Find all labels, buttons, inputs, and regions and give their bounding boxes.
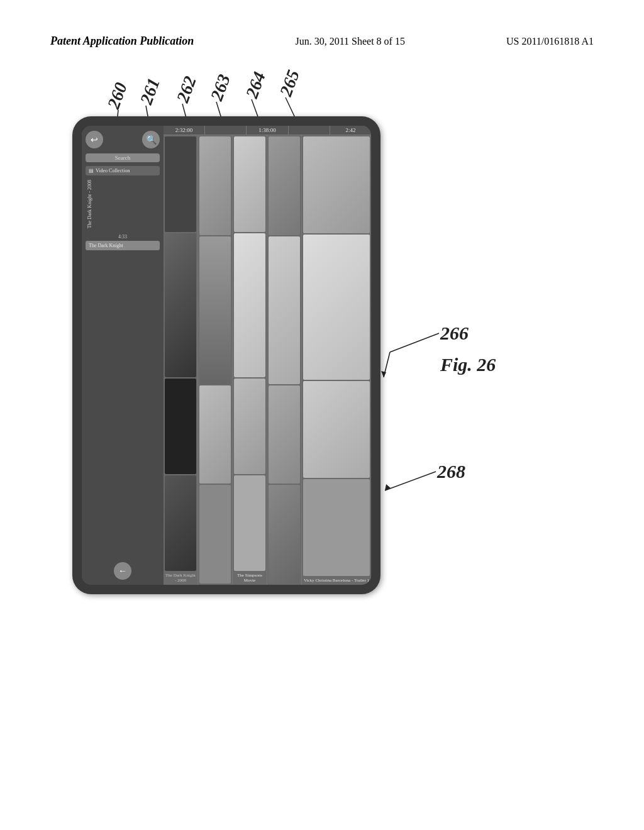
thumb-1-4[interactable] bbox=[165, 475, 196, 571]
video-collection-item[interactable]: ▤ Video Collection bbox=[86, 166, 160, 175]
video-columns-container: The Dark Knight - 2008 The Simpsons Movi… bbox=[164, 135, 371, 585]
thumb-4-3[interactable] bbox=[269, 385, 300, 484]
search-label[interactable]: Search bbox=[86, 153, 160, 162]
thumb-2-2[interactable] bbox=[199, 236, 231, 384]
thumb-5-3[interactable] bbox=[303, 381, 370, 478]
sidebar-top-icons: ↩ 🔍 bbox=[86, 131, 160, 148]
video-grid-main: 2:32:00 1:38:00 2:42 The Dark Knight - 2… bbox=[164, 126, 371, 585]
device-frame: ↩ 🔍 Search ▤ Video Collection The Dark K… bbox=[72, 116, 380, 594]
sidebar-item-label-dk: The Dark Knight bbox=[89, 243, 123, 248]
thumb-5-2[interactable] bbox=[303, 235, 370, 380]
publication-title: Patent Application Publication bbox=[50, 35, 194, 48]
thumb-2-3[interactable] bbox=[199, 385, 231, 484]
sidebar-nav-dark-knight-2008[interactable]: The Dark Knight - 2008 bbox=[86, 177, 160, 231]
annotation-268-label: 268 bbox=[436, 461, 465, 482]
publication-date: Jun. 30, 2011 Sheet 8 of 15 bbox=[295, 36, 405, 47]
page-header: Patent Application Publication Jun. 30, … bbox=[0, 35, 644, 48]
svg-marker-1 bbox=[381, 371, 386, 377]
column-headers: 2:32:00 1:38:00 2:42 bbox=[164, 126, 371, 135]
sidebar: ↩ 🔍 Search ▤ Video Collection The Dark K… bbox=[82, 126, 164, 585]
annotation-264-label: 264 bbox=[242, 69, 269, 101]
thumb-3-3[interactable] bbox=[234, 379, 265, 474]
svg-marker-2 bbox=[385, 484, 391, 490]
col-header-5: 2:42 bbox=[330, 126, 371, 135]
col-header-2 bbox=[205, 126, 247, 135]
video-column-1[interactable]: The Dark Knight - 2008 bbox=[164, 135, 198, 585]
annotation-260-label: 260 bbox=[103, 80, 131, 112]
thumb-4-1[interactable] bbox=[269, 136, 300, 235]
col-5-title: Vicky Christina Barcelona - Trailer 1 bbox=[303, 577, 370, 584]
annotation-263-label: 263 bbox=[206, 72, 234, 104]
back-arrow-bottom[interactable]: ← bbox=[86, 557, 160, 580]
back-arrow-icon[interactable]: ← bbox=[114, 562, 131, 580]
thumb-1-3[interactable] bbox=[165, 379, 196, 474]
annotation-266-label: 266 bbox=[440, 323, 469, 343]
annotation-268-line bbox=[385, 472, 436, 490]
thumb-3-4[interactable] bbox=[234, 475, 265, 571]
thumb-2-4[interactable] bbox=[199, 485, 231, 584]
device-screen: ↩ 🔍 Search ▤ Video Collection The Dark K… bbox=[82, 126, 371, 585]
annotation-265-label: 265 bbox=[275, 67, 303, 99]
thumb-5-1[interactable] bbox=[303, 136, 370, 233]
annotation-266-line bbox=[390, 333, 439, 352]
thumb-2-1[interactable] bbox=[199, 136, 231, 235]
publication-number: US 2011/0161818 A1 bbox=[506, 36, 594, 47]
thumb-1-2[interactable] bbox=[165, 233, 196, 377]
col-header-4 bbox=[289, 126, 330, 135]
col-1-title: The Dark Knight - 2008 bbox=[165, 572, 196, 584]
col-header-1: 2:32:00 bbox=[164, 126, 205, 135]
annotation-261-label: 261 bbox=[136, 75, 164, 108]
thumb-5-4[interactable] bbox=[303, 479, 370, 576]
thumb-3-2[interactable] bbox=[234, 233, 265, 377]
nav-label-1: The Dark Knight - 2008 bbox=[87, 180, 92, 228]
svg-line-0 bbox=[384, 352, 390, 377]
thumb-3-1[interactable] bbox=[234, 136, 265, 232]
collection-title: Video Collection bbox=[96, 168, 130, 174]
video-column-5[interactable]: Vicky Christina Barcelona - Trailer 1 bbox=[302, 135, 371, 585]
thumb-1-1[interactable] bbox=[165, 136, 196, 232]
col-header-3: 1:38:00 bbox=[247, 126, 288, 135]
thumb-4-4[interactable] bbox=[269, 485, 300, 584]
time-display-1: 4:33 bbox=[86, 233, 160, 241]
annotation-262-label: 262 bbox=[172, 74, 200, 106]
thumb-4-2[interactable] bbox=[269, 236, 300, 384]
video-column-2[interactable] bbox=[198, 135, 233, 585]
col-3-title: The Simpsons Movie bbox=[234, 572, 265, 584]
fig-label: Fig. 26 bbox=[440, 354, 496, 375]
video-column-3[interactable]: The Simpsons Movie bbox=[233, 135, 267, 585]
search-icon[interactable]: 🔍 bbox=[142, 131, 160, 148]
sidebar-item-dark-knight[interactable]: The Dark Knight bbox=[86, 241, 160, 250]
video-column-4[interactable] bbox=[267, 135, 302, 585]
back-icon[interactable]: ↩ bbox=[86, 131, 103, 148]
